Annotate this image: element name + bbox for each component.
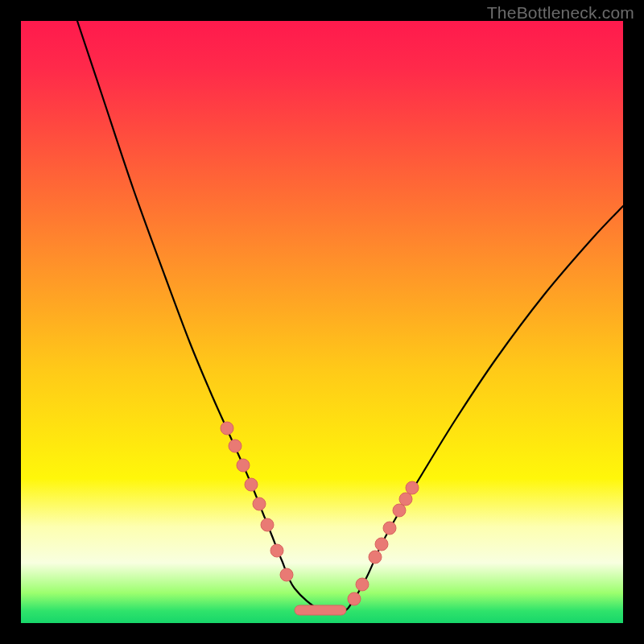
curve-path bbox=[77, 21, 623, 613]
marker-dot bbox=[270, 544, 283, 557]
chart-container: TheBottleneck.com bbox=[0, 0, 644, 644]
marker-dot bbox=[399, 493, 412, 506]
marker-dot bbox=[406, 481, 419, 494]
marker-dot bbox=[253, 497, 266, 510]
watermark-label: TheBottleneck.com bbox=[487, 3, 634, 23]
marker-dot bbox=[348, 592, 361, 605]
plot-area bbox=[21, 21, 623, 623]
marker-dot bbox=[383, 522, 396, 535]
marker-dot bbox=[393, 504, 406, 517]
markers-left-branch bbox=[221, 422, 293, 581]
marker-dot bbox=[237, 459, 250, 472]
marker-dot bbox=[261, 518, 274, 531]
marker-dot bbox=[229, 440, 242, 452]
bottleneck-curve bbox=[21, 21, 623, 623]
marker-dot bbox=[369, 551, 382, 564]
marker-dot bbox=[375, 538, 388, 551]
flat-segment-marker bbox=[295, 605, 346, 615]
marker-dot bbox=[356, 578, 369, 591]
marker-dot bbox=[280, 568, 293, 581]
markers-right-branch bbox=[348, 481, 419, 605]
marker-dot bbox=[221, 422, 233, 435]
marker-dot bbox=[245, 478, 258, 491]
